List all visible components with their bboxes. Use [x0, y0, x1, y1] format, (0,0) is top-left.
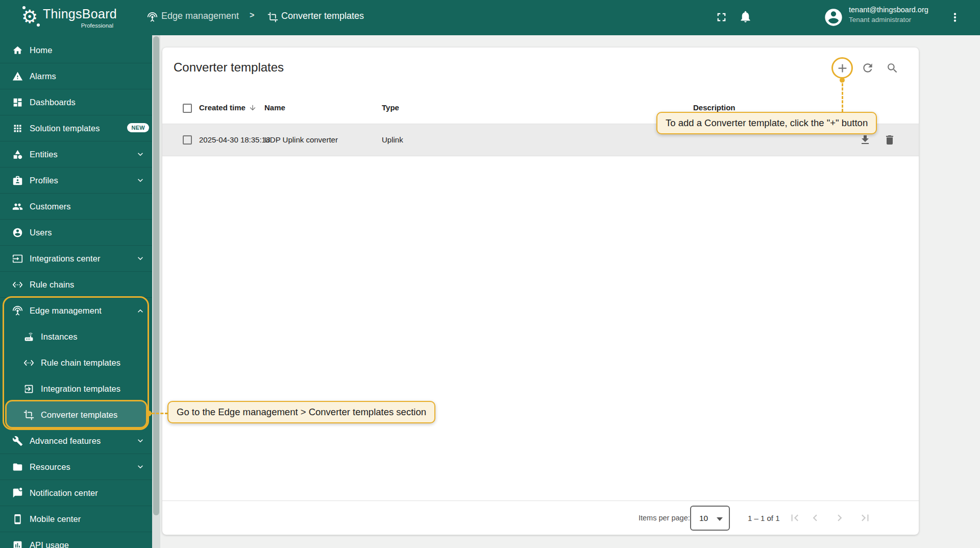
pagination-range: 1 – 1 of 1 — [748, 514, 780, 522]
items-per-page-select[interactable]: 10 — [690, 506, 730, 531]
cell-type: Uplink — [382, 135, 403, 144]
add-button-callout: To add a Converter template, click the "… — [656, 112, 877, 134]
sidebar-item-label: Rule chain templates — [41, 358, 120, 368]
column-header-description[interactable]: Description — [693, 103, 736, 112]
badge-icon — [12, 175, 23, 186]
brand-edition: Professional — [43, 22, 113, 29]
column-label: Name — [264, 103, 285, 112]
category-icon — [12, 149, 23, 160]
sidebar-item-rule-chain-templates[interactable]: Rule chain templates — [0, 350, 152, 376]
first-page-button[interactable] — [788, 511, 801, 525]
breadcrumb-separator: > — [250, 11, 254, 20]
brand-name[interactable]: ThingsBoard — [43, 7, 117, 21]
sidebar-item-alarms[interactable]: Alarms — [0, 63, 152, 89]
sidebar-item-integration-templates[interactable]: Integration templates — [0, 376, 152, 402]
refresh-icon — [861, 61, 874, 75]
sidebar-item-mobile-center[interactable]: Mobile center — [0, 506, 152, 532]
router-icon — [23, 331, 34, 342]
sidebar-item-converter-templates[interactable]: Converter templates — [0, 402, 152, 428]
sidebar-item-users[interactable]: Users — [0, 220, 152, 246]
next-page-button[interactable] — [833, 511, 846, 525]
sidebar-item-label: Rule chains — [30, 280, 74, 290]
delete-converter-button[interactable] — [883, 134, 896, 147]
sidebar-item-rule-chains[interactable]: Rule chains — [0, 272, 152, 298]
sidebar-item-profiles[interactable]: Profiles — [0, 168, 152, 194]
app-header: ⚙ ThingsBoard Professional Edge manageme… — [0, 0, 980, 35]
sidebar-scrollbar[interactable] — [152, 35, 160, 548]
callout-connector-line — [842, 83, 843, 112]
column-label: Created time — [199, 103, 246, 112]
chevron-down-icon — [135, 149, 145, 159]
tools-icon — [12, 436, 23, 446]
sort-arrow-down-icon — [249, 104, 257, 112]
sidebar-item-instances[interactable]: Instances — [0, 324, 152, 350]
home-icon — [12, 45, 23, 56]
download-icon — [859, 134, 871, 146]
sidebar-item-integrations-center[interactable]: Integrations center — [0, 246, 152, 272]
ethernet-icon — [12, 279, 23, 290]
add-converter-template-button[interactable] — [833, 58, 851, 78]
callout-text: Go to the Edge management > Converter te… — [177, 407, 426, 417]
sidebar-item-resources[interactable]: Resources — [0, 454, 152, 480]
add-button-highlight-ring — [831, 57, 853, 79]
user-role: Tenant administrator — [849, 16, 911, 23]
callout-text: To add a Converter template, click the "… — [666, 117, 868, 128]
fullscreen-button[interactable] — [715, 10, 728, 26]
chevron-down-icon — [135, 436, 145, 446]
column-header-name[interactable]: Name — [264, 103, 285, 112]
folder-icon — [12, 462, 23, 472]
sidebar-item-label: Converter templates — [41, 410, 117, 420]
previous-page-button[interactable] — [808, 511, 822, 525]
sidebar-item-edge-management[interactable]: Edge management — [0, 298, 152, 324]
select-all-checkbox[interactable] — [183, 104, 192, 113]
sidebar-item-label: Instances — [41, 332, 78, 342]
more-menu-button[interactable] — [948, 11, 962, 26]
chevron-right-icon — [833, 511, 846, 525]
last-page-button[interactable] — [859, 511, 872, 525]
antenna-icon — [147, 12, 158, 22]
column-label: Type — [382, 103, 399, 112]
input-icon — [12, 253, 23, 264]
sidebar-item-label: Dashboards — [30, 98, 76, 107]
cell-name: UDP Uplink converter — [264, 135, 338, 144]
sidebar-item-api-usage[interactable]: API usage — [0, 532, 152, 548]
sidebar-item-entities[interactable]: Entities — [0, 141, 152, 168]
sidebar-item-label: Notification center — [30, 488, 98, 498]
sidebar-item-advanced-features[interactable]: Advanced features — [0, 428, 152, 454]
first-page-icon — [788, 511, 801, 525]
sidebar-item-customers[interactable]: Customers — [0, 194, 152, 220]
breadcrumb-edge-management[interactable]: Edge management — [161, 11, 239, 21]
scrollbar-thumb[interactable] — [153, 36, 159, 515]
user-menu-button[interactable] — [823, 7, 844, 29]
people-icon — [12, 201, 23, 212]
last-page-icon — [859, 511, 872, 525]
sidebar-item-solution-templates[interactable]: Solution templates NEW — [0, 115, 152, 141]
cell-created-time: 2025-04-30 18:35:18 — [199, 135, 270, 144]
callout-connector-dot — [146, 411, 152, 416]
ethernet-icon — [23, 358, 34, 368]
dropdown-caret-icon — [717, 517, 723, 521]
sidebar: Home Alarms Dashboards Solution template… — [0, 35, 152, 548]
sidebar-item-label: Integration templates — [41, 384, 120, 394]
logo-node-dot — [22, 6, 26, 9]
sidebar-item-notification-center[interactable]: Notification center — [0, 480, 152, 506]
search-icon — [886, 62, 899, 75]
row-checkbox[interactable] — [183, 135, 192, 145]
breadcrumb-converter-templates[interactable]: Converter templates — [281, 11, 364, 21]
notifications-button[interactable] — [739, 10, 752, 25]
column-header-type[interactable]: Type — [382, 103, 399, 112]
bar-chart-icon — [12, 540, 23, 548]
items-per-page-label: Items per page: — [639, 514, 690, 522]
sidebar-item-home[interactable]: Home — [0, 37, 152, 63]
download-converter-button[interactable] — [859, 134, 872, 147]
new-badge: NEW — [127, 123, 149, 132]
sidebar-item-label: Home — [30, 45, 52, 55]
refresh-button[interactable] — [857, 58, 878, 78]
avatar — [823, 7, 844, 28]
column-header-created-time[interactable]: Created time — [199, 103, 257, 112]
smartphone-icon — [12, 514, 23, 525]
thingsboard-logo-icon: ⚙ — [21, 7, 38, 27]
sidebar-item-dashboards[interactable]: Dashboards — [0, 89, 152, 115]
exit-to-app-icon — [23, 384, 34, 394]
search-button[interactable] — [882, 58, 902, 78]
